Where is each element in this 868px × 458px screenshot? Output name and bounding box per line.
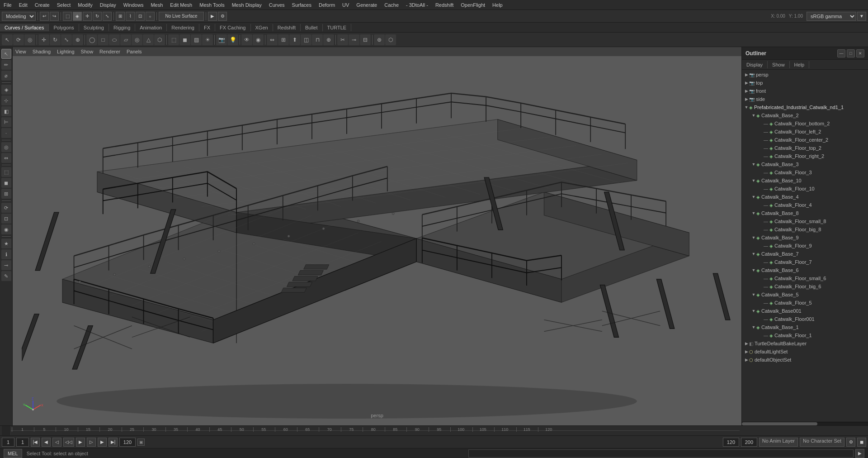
component-mode-btn[interactable]: ⊹ xyxy=(1,95,11,105)
snap-point-btn[interactable]: ⊡ xyxy=(136,12,145,21)
cone-btn[interactable]: △ xyxy=(143,34,154,45)
play-fwd-btn[interactable]: ▶ xyxy=(76,438,85,447)
vp-view-menu[interactable]: View xyxy=(13,49,29,54)
snap-curve-btn[interactable]: ⌇ xyxy=(126,12,135,21)
render-settings-btn[interactable]: ⚙ xyxy=(218,12,227,21)
play-back-btn[interactable]: ◁◁ xyxy=(63,438,74,447)
menu-surfaces[interactable]: Surfaces xyxy=(288,1,315,9)
torus-btn[interactable]: ◎ xyxy=(132,34,142,45)
tree-item-floor-small-8[interactable]: ▶ — ◈ Catwalk_Floor_small_8 xyxy=(742,217,868,225)
tab-rendering[interactable]: Rendering xyxy=(167,24,199,31)
menu-select[interactable]: Select xyxy=(53,1,75,9)
tree-item-floor-1[interactable]: ▶ — ◈ Catwalk_Floor_1 xyxy=(742,331,868,339)
tab-turtle[interactable]: TURTLE xyxy=(323,24,352,31)
menu-file[interactable]: File xyxy=(0,1,15,9)
tree-item-base8[interactable]: ▼ ◈ Catwalk_Base_8 xyxy=(742,209,868,217)
bookmark-btn[interactable]: ★ xyxy=(1,239,11,248)
frame-current-field[interactable]: 1 xyxy=(16,438,29,447)
fill-hole-btn[interactable]: ⊕ xyxy=(323,34,334,45)
camera-btn[interactable]: 📷 xyxy=(216,34,227,45)
select-mode-btn[interactable]: ↖ xyxy=(1,49,11,59)
menu-openflight[interactable]: OpenFlight xyxy=(457,1,489,9)
frame-all-btn[interactable]: ⊡ xyxy=(1,214,11,224)
smooth-btn[interactable]: ⊛ xyxy=(374,34,385,45)
tree-item-base5[interactable]: ▼ ◈ Catwalk_Base_5 xyxy=(742,291,868,299)
sculpt-btn[interactable]: ⌀ xyxy=(1,71,11,81)
remesh-btn[interactable]: ⬡ xyxy=(385,34,396,45)
select-btn[interactable]: ◈ xyxy=(73,12,82,21)
tree-item-base6[interactable]: ▼ ◈ Catwalk_Base_6 xyxy=(742,266,868,274)
outliner-scroll-h[interactable] xyxy=(742,422,868,425)
more-shapes-btn[interactable]: ⬡ xyxy=(154,34,165,45)
tree-item-floor-bottom-2[interactable]: ▶ — ◈ Catwalk_Floor_bottom_2 xyxy=(742,119,868,128)
tree-item-base3[interactable]: ▼ ◈ Catwalk_Base_3 xyxy=(742,160,868,168)
playback-end-field[interactable]: 200 xyxy=(741,438,757,447)
tree-item-floor001[interactable]: ▶ — ◈ Catwalk_Floor001 xyxy=(742,315,868,323)
tree-item-base10[interactable]: ▼ ◈ Catwalk_Base_10 xyxy=(742,177,868,185)
snap-grid-btn[interactable]: ⊞ xyxy=(116,12,125,21)
frame-start-field[interactable]: 1 xyxy=(2,438,14,447)
tree-item-floor-big-6[interactable]: ▶ — ◈ Catwalk_Floor_big_6 xyxy=(742,282,868,291)
cube-btn[interactable]: □ xyxy=(98,34,108,45)
shading-mode-btn[interactable]: ◼ xyxy=(1,178,11,188)
tab-animation[interactable]: Animation xyxy=(135,24,167,31)
tree-item-floor-left-2[interactable]: ▶ — ◈ Catwalk_Floor_left_2 xyxy=(742,128,868,136)
tree-item-floor-3[interactable]: ▶ — ◈ Catwalk_Floor_3 xyxy=(742,168,868,177)
tree-item-floor-7[interactable]: ▶ — ◈ Catwalk_Floor_7 xyxy=(742,258,868,266)
workspace-dropdown[interactable]: Modeling xyxy=(2,12,36,21)
extrude-btn[interactable]: ⬆ xyxy=(289,34,300,45)
anim-layer-btn[interactable]: No Anim Layer xyxy=(759,438,798,447)
tab-bullet[interactable]: Bullet xyxy=(301,24,323,31)
tree-item-base7[interactable]: ▼ ◈ Catwalk_Base_7 xyxy=(742,250,868,258)
tab-fx[interactable]: FX xyxy=(199,24,215,31)
playback-start-field[interactable] xyxy=(723,438,739,447)
menu-deform[interactable]: Deform xyxy=(315,1,339,9)
show-hide-btn[interactable]: 👁 xyxy=(241,34,252,45)
soft-select-btn[interactable]: ◎ xyxy=(1,142,11,152)
go-start-btn[interactable]: |◀ xyxy=(31,438,40,447)
outliner-tab-help[interactable]: Help xyxy=(790,61,810,68)
display-mode-btn[interactable]: ⬚ xyxy=(1,167,11,177)
menu-3dtoall[interactable]: - 3DtoAll - xyxy=(402,1,432,9)
menu-windows[interactable]: Windows xyxy=(120,1,147,9)
move-tool-btn[interactable]: ✛ xyxy=(38,34,49,45)
merge-btn[interactable]: ⊞ xyxy=(278,34,289,45)
info-btn[interactable]: ℹ xyxy=(1,249,11,259)
lasso-tool-btn[interactable]: ⟳ xyxy=(13,34,24,45)
measure-btn[interactable]: ⊸ xyxy=(1,260,11,270)
tree-item-base2[interactable]: ▼ ◈ Catwalk_Base_2 xyxy=(742,111,868,119)
prev-frame-btn[interactable]: ◀ xyxy=(42,438,51,447)
menu-cache[interactable]: Cache xyxy=(381,1,402,9)
tree-item-floor-center-2[interactable]: ▶ — ◈ Catwalk_Floor_center_2 xyxy=(742,136,868,144)
universal-manip-btn[interactable]: ⊕ xyxy=(72,34,83,45)
live-surface-label[interactable]: No Live Surface xyxy=(159,12,204,21)
tab-xgen[interactable]: XGen xyxy=(251,24,273,31)
menu-mesh[interactable]: Mesh xyxy=(147,1,166,9)
snap-surface-btn[interactable]: ⬦ xyxy=(146,12,155,21)
outliner-minimize-btn[interactable]: — xyxy=(837,49,845,57)
menu-edit[interactable]: Edit xyxy=(15,1,31,9)
menu-help[interactable]: Help xyxy=(489,1,506,9)
undo-btn[interactable]: ↩ xyxy=(40,12,49,21)
object-mode-btn[interactable]: ◈ xyxy=(1,85,11,95)
next-key-btn[interactable]: ▷ xyxy=(87,438,96,447)
prev-key-btn[interactable]: ◁ xyxy=(52,438,61,447)
timeline-ruler[interactable]: 1 5 10 15 20 25 30 35 40 45 50 55 60 65 … xyxy=(11,426,740,435)
menu-mesh-tools[interactable]: Mesh Tools xyxy=(196,1,228,9)
rotate-tool-btn[interactable]: ↻ xyxy=(50,34,61,45)
move-btn[interactable]: ✛ xyxy=(83,12,92,21)
tab-sculpting[interactable]: Sculpting xyxy=(79,24,109,31)
vp-renderer-menu[interactable]: Renderer xyxy=(97,49,123,54)
anim-speed-field[interactable]: 120 xyxy=(119,438,136,447)
light2-btn[interactable]: 💡 xyxy=(227,34,238,45)
redo-btn[interactable]: ↪ xyxy=(50,12,59,21)
tree-item-top[interactable]: ▶ 📷 top xyxy=(742,79,868,87)
scale-tool-btn[interactable]: ⤡ xyxy=(61,34,72,45)
menu-redshift[interactable]: Redshift xyxy=(432,1,457,9)
paint-mode-btn[interactable]: ✏ xyxy=(1,60,11,70)
tab-curves-surfaces[interactable]: Curves / Surfaces xyxy=(0,24,49,31)
shaded-btn[interactable]: ◼ xyxy=(179,34,190,45)
vp-shading-menu[interactable]: Shading xyxy=(30,49,53,54)
scale-btn[interactable]: ⤡ xyxy=(103,12,112,21)
vp-lighting-menu[interactable]: Lighting xyxy=(54,49,77,54)
